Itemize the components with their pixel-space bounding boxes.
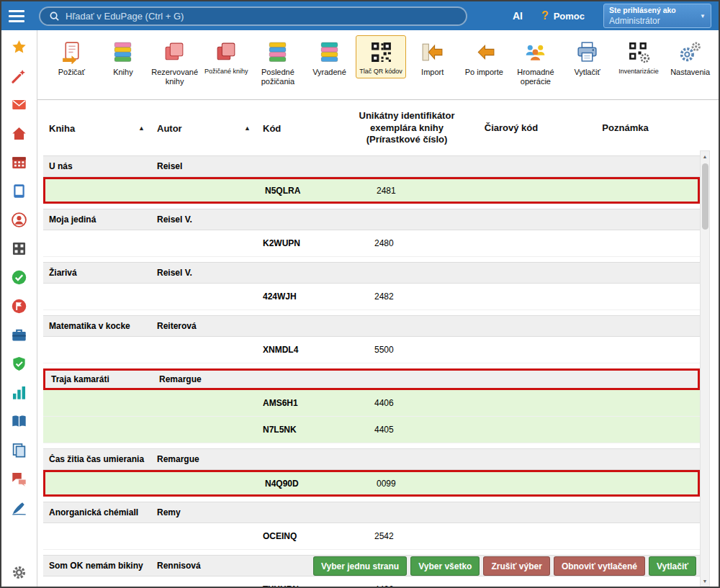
copy-identifier: 4406 bbox=[342, 398, 472, 408]
toolbar-item-tlac-qr-kodov[interactable]: Tlač QR kódov bbox=[356, 35, 407, 78]
scroll-thumb[interactable] bbox=[702, 163, 708, 230]
copy-code: N7L5NK bbox=[257, 425, 342, 435]
book-row[interactable]: Traja kamarátiRemargue bbox=[43, 368, 700, 390]
book-row[interactable]: Matematika v kockeReiterová bbox=[43, 315, 700, 337]
book-title: U nás bbox=[43, 161, 151, 171]
toolbar-item-import[interactable]: Import bbox=[407, 35, 458, 81]
book-row[interactable]: Čas žitia čas umieraniaRemargue bbox=[43, 448, 700, 470]
book-row[interactable]: Som OK nemám bikinyRennisováVyber jednu … bbox=[43, 555, 700, 576]
toolbar-item-label: Nastavenia bbox=[670, 68, 710, 77]
book-row[interactable]: ŽiariváReisel V. bbox=[43, 262, 700, 284]
toolbar-item-vytlacit[interactable]: Vytlačiť bbox=[562, 35, 613, 81]
scroll-down-button[interactable]: ▼ bbox=[701, 576, 709, 586]
toolbar-item-nastavenia[interactable]: Nastavenia bbox=[665, 35, 716, 81]
book-row[interactable]: Moja jedináReisel V. bbox=[43, 209, 700, 230]
toolbar-item-pozicane-knihy[interactable]: Požičané knihy bbox=[201, 35, 252, 78]
admin-icon[interactable] bbox=[12, 356, 27, 371]
print-button[interactable]: Vytlačiť bbox=[649, 556, 696, 576]
gears-icon bbox=[678, 40, 702, 64]
printer-icon bbox=[575, 40, 599, 64]
elearning-icon[interactable] bbox=[12, 184, 27, 199]
stack-red-icon bbox=[163, 40, 186, 64]
copy-row[interactable]: TXHHRN4426 bbox=[43, 576, 700, 587]
book-title: Som OK nemám bikiny bbox=[43, 561, 151, 571]
toolbar-item-label: Požičať bbox=[58, 68, 85, 77]
sidebar bbox=[1, 30, 37, 587]
table-header: Kniha▲Autor▲KódUnikátny identifikátor ex… bbox=[43, 106, 700, 150]
book-title: Traja kamaráti bbox=[45, 374, 153, 384]
column-header-ciarovy-kod: Čiarový kód bbox=[472, 122, 551, 135]
import-in-icon bbox=[420, 40, 444, 64]
copy-row[interactable]: N7L5NK4405 bbox=[43, 417, 700, 443]
toolbar-item-inventarizacie[interactable]: Inventarizácie bbox=[613, 35, 665, 78]
behavior-icon[interactable] bbox=[12, 299, 27, 314]
toolbar-item-label: Hromadné operácie bbox=[513, 68, 559, 86]
book-row[interactable]: U násReisel bbox=[43, 155, 700, 177]
toolbar-item-knihy[interactable]: Knihy bbox=[98, 35, 149, 81]
toolbar-item-label: Vyradené bbox=[312, 68, 346, 77]
copy-row[interactable]: K2WUPN2480 bbox=[43, 230, 700, 257]
restore-printed-button[interactable]: Obnoviť vytlačené bbox=[554, 556, 645, 576]
copy-row[interactable]: AMS6H14406 bbox=[43, 390, 700, 417]
chevron-down-icon: ▼ bbox=[700, 13, 706, 19]
copy-row[interactable]: 424WJH2482 bbox=[43, 284, 700, 310]
favorites-icon[interactable] bbox=[12, 40, 27, 55]
copy-code: OCEINQ bbox=[257, 531, 342, 541]
grades-icon[interactable] bbox=[12, 241, 27, 256]
select-one-page-button[interactable]: Vyber jednu stranu bbox=[313, 556, 407, 576]
topbar: AI ? Pomoc Ste prihlásený ako Administrá… bbox=[1, 1, 719, 30]
toolbar-item-label: Rezervované knihy bbox=[151, 68, 198, 86]
select-all-button[interactable]: Vyber všetko bbox=[410, 556, 480, 576]
edupage-window: AI ? Pomoc Ste prihlásený ako Administrá… bbox=[0, 0, 720, 588]
column-header-kod: Kód bbox=[257, 123, 342, 134]
agenda-icon[interactable] bbox=[12, 327, 27, 343]
user-menu[interactable]: Ste prihlásený ako Administrátor ▼ bbox=[603, 4, 711, 28]
wizard-icon[interactable] bbox=[12, 68, 27, 83]
vertical-scrollbar[interactable]: ▲ ▼ bbox=[700, 150, 710, 587]
messages-icon[interactable] bbox=[12, 97, 27, 112]
book-row[interactable]: Anorganická chémiaIIRemy bbox=[43, 502, 700, 523]
copy-row[interactable]: N4Q90D0099 bbox=[43, 470, 700, 497]
stack-multi-icon bbox=[111, 40, 135, 64]
timetable-icon[interactable] bbox=[12, 155, 27, 170]
help-button[interactable]: ? Pomoc bbox=[541, 9, 585, 22]
copy-row[interactable]: N5QLRA2481 bbox=[43, 177, 700, 204]
copy-row[interactable]: XNMDL45500 bbox=[43, 337, 700, 363]
column-header-kniha[interactable]: Kniha▲ bbox=[43, 123, 151, 134]
toolbar-item-label: Inventarizácie bbox=[618, 68, 659, 75]
copy-identifier: 2482 bbox=[342, 291, 472, 302]
toolbar-item-pozicat[interactable]: Požičať bbox=[46, 35, 97, 81]
sort-asc-icon[interactable]: ▲ bbox=[244, 125, 254, 132]
menu-button[interactable] bbox=[9, 10, 30, 22]
search-input[interactable] bbox=[66, 11, 457, 22]
library-icon[interactable] bbox=[12, 414, 27, 429]
sort-asc-icon[interactable]: ▲ bbox=[138, 125, 148, 132]
signatures-icon[interactable] bbox=[12, 500, 27, 515]
column-header-identifikator: Unikátny identifikátor exemplára knihy (… bbox=[342, 110, 472, 147]
attendance-icon[interactable] bbox=[12, 270, 27, 285]
column-header-autor[interactable]: Autor▲ bbox=[151, 123, 257, 134]
settings-icon[interactable] bbox=[12, 565, 27, 580]
search-box[interactable] bbox=[39, 6, 467, 26]
book-author: Remargue bbox=[151, 454, 257, 464]
user-role-label: Ste prihlásený ako bbox=[609, 6, 676, 16]
toolbar-item-label: Import bbox=[421, 68, 444, 77]
results-icon[interactable] bbox=[12, 385, 27, 400]
documents-icon[interactable] bbox=[12, 443, 27, 458]
copy-row[interactable]: OCEINQ2542 bbox=[43, 523, 700, 550]
scroll-up-button[interactable]: ▲ bbox=[701, 151, 709, 161]
people-icon[interactable] bbox=[12, 212, 27, 227]
cancel-selection-button[interactable]: Zrušiť výber bbox=[483, 556, 549, 576]
toolbar-item-po-importe[interactable]: Po importe bbox=[459, 35, 510, 81]
user-name: Administrátor bbox=[609, 16, 676, 26]
toolbar-item-rezervovane-knihy[interactable]: Rezervované knihy bbox=[149, 35, 200, 89]
toolbar-item-vyradene[interactable]: Vyradené bbox=[304, 35, 355, 81]
copy-code: 424WJH bbox=[257, 291, 342, 302]
stack-multi3-icon bbox=[318, 40, 341, 64]
home-icon[interactable] bbox=[12, 126, 27, 141]
toolbar-item-posledne-pozicania[interactable]: Posledné požičania bbox=[253, 35, 304, 89]
book-title: Moja jediná bbox=[43, 214, 151, 225]
communication-icon[interactable] bbox=[12, 471, 27, 487]
toolbar-item-hromadne-operacie[interactable]: Hromadné operácie bbox=[510, 35, 562, 89]
ai-button[interactable]: AI bbox=[513, 10, 523, 22]
